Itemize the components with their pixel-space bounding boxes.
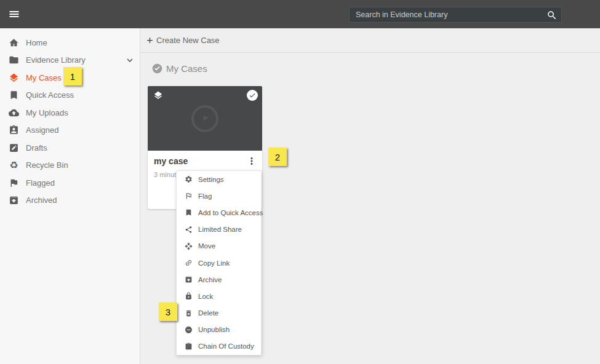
block-icon — [185, 326, 193, 334]
menu-item-delete[interactable]: Delete — [177, 305, 261, 322]
menu-item-label: Flag — [198, 192, 212, 200]
kebab-menu-icon — [246, 156, 257, 167]
top-bar — [0, 0, 600, 28]
menu-item-flag[interactable]: Flag — [177, 188, 261, 204]
menu-item-move[interactable]: Move — [177, 238, 261, 255]
sidebar-item-home[interactable]: Home — [0, 34, 140, 52]
move-icon — [185, 242, 193, 250]
menu-item-add-to-quick-access[interactable]: Add to Quick Access — [177, 204, 261, 221]
bookmark-icon — [9, 90, 19, 100]
sidebar-item-label: Evidence Library — [26, 55, 86, 65]
archive-icon — [185, 275, 193, 283]
menu-item-limited-share[interactable]: Limited Share — [177, 221, 261, 238]
menu-item-settings[interactable]: Settings — [177, 171, 261, 188]
check-circle-icon[interactable] — [152, 63, 162, 74]
hamburger-menu-button[interactable] — [7, 8, 21, 20]
annotation-note-3: 3 — [159, 303, 177, 321]
play-icon — [199, 112, 212, 124]
sidebar-item-label: Home — [26, 38, 47, 47]
layers-icon — [153, 90, 163, 100]
menu-item-label: Chain Of Custody — [198, 342, 254, 350]
context-menu: Settings Flag Add to Quick Access Limite… — [176, 170, 262, 355]
create-bar: Create New Case — [140, 28, 600, 53]
bookmark-icon — [185, 208, 193, 216]
kebab-menu-button[interactable] — [246, 156, 257, 167]
sidebar-item-label: My Cases — [26, 73, 62, 82]
sidebar-item-label: Assigned — [26, 125, 58, 135]
hamburger-icon — [7, 8, 21, 20]
menu-item-label: Lock — [198, 293, 213, 300]
menu-item-label: Add to Quick Access — [198, 209, 263, 216]
menu-item-chain-of-custody[interactable]: Chain Of Custody — [177, 338, 261, 355]
sidebar-item-flagged[interactable]: Flagged — [0, 174, 140, 192]
menu-item-unpublish[interactable]: Unpublish — [177, 322, 261, 338]
create-new-case-label: Create New Case — [156, 36, 220, 45]
plus-icon — [145, 36, 154, 45]
sidebar-item-label: Drafts — [26, 143, 47, 152]
menu-item-copy-link[interactable]: Copy Link — [177, 255, 261, 271]
sidebar-item-label: Recycle Bin — [26, 160, 68, 170]
sidebar-item-archived[interactable]: Archived — [0, 192, 140, 210]
menu-item-label: Limited Share — [198, 226, 242, 233]
sidebar-item-my-uploads[interactable]: My Uploads — [0, 104, 140, 122]
menu-item-label: Unpublish — [198, 326, 230, 333]
sidebar-item-label: Quick Access — [26, 90, 74, 100]
search-box — [349, 7, 562, 23]
menu-item-label: Settings — [198, 176, 224, 183]
layers-icon — [9, 73, 19, 83]
flag-outline-icon — [185, 192, 193, 200]
menu-item-archive[interactable]: Archive — [177, 271, 261, 288]
sidebar-item-label: Archived — [26, 196, 57, 205]
sidebar-item-label: My Uploads — [26, 108, 68, 117]
menu-item-label: Delete — [198, 309, 218, 317]
folder-icon — [9, 55, 19, 65]
lock-icon — [185, 292, 193, 300]
share-icon — [185, 226, 193, 234]
assignment-icon — [9, 125, 19, 135]
sidebar-item-recycle-bin[interactable]: ♻ Recycle Bin — [0, 157, 140, 175]
search-icon — [546, 10, 558, 21]
search-input[interactable] — [350, 7, 550, 22]
annotation-note-1: 1 — [63, 67, 82, 85]
edit-square-icon — [9, 143, 19, 153]
section-title: My Cases — [166, 63, 207, 74]
sidebar-item-label: Flagged — [26, 178, 55, 188]
sidebar-item-assigned[interactable]: Assigned — [0, 122, 140, 140]
recycle-icon: ♻ — [9, 160, 19, 170]
menu-item-label: Archive — [198, 276, 222, 283]
gear-icon — [185, 175, 193, 183]
chevron-down-icon[interactable] — [124, 55, 135, 66]
create-new-case-button[interactable]: Create New Case — [145, 36, 220, 45]
link-icon — [183, 257, 194, 268]
case-thumbnail[interactable] — [148, 86, 262, 151]
trash-icon — [185, 309, 193, 317]
menu-item-label: Move — [198, 242, 215, 250]
sidebar-item-drafts[interactable]: Drafts — [0, 139, 140, 157]
section-header: My Cases — [152, 63, 600, 74]
flag-icon — [9, 178, 19, 188]
play-button[interactable] — [191, 105, 218, 132]
home-icon — [9, 38, 19, 48]
cloud-upload-icon — [9, 108, 19, 118]
search-button[interactable] — [546, 10, 558, 21]
sidebar-item-evidence-library[interactable]: Evidence Library — [0, 52, 140, 69]
annotation-note-2: 2 — [268, 148, 287, 166]
clipboard-icon — [185, 342, 193, 350]
sidebar-item-quick-access[interactable]: Quick Access — [0, 87, 140, 105]
case-title: my case — [154, 156, 188, 166]
archive-icon — [9, 195, 19, 205]
selected-check-icon[interactable] — [247, 90, 258, 101]
menu-item-label: Copy Link — [198, 259, 230, 267]
menu-item-lock[interactable]: Lock — [177, 288, 261, 304]
